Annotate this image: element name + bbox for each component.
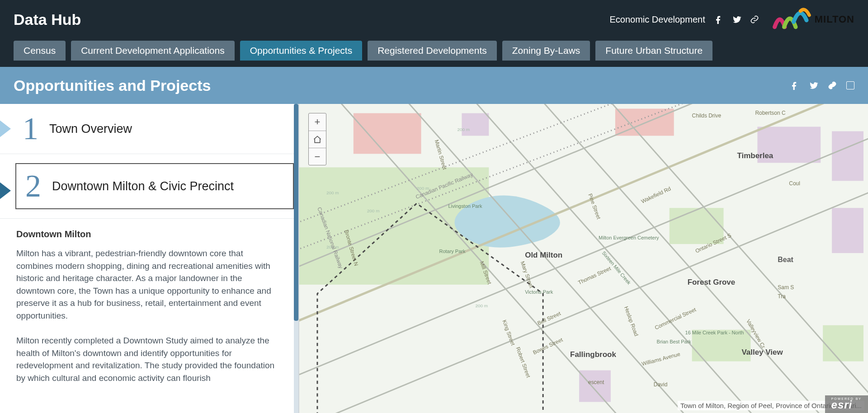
svg-text:Victoria Park: Victoria Park xyxy=(525,289,553,295)
svg-rect-6 xyxy=(462,113,489,136)
svg-text:Childs Drive: Childs Drive xyxy=(692,113,722,119)
content-paragraph: Milton recently completed a Downtown Stu… xyxy=(16,334,282,384)
svg-text:Brian Best Park: Brian Best Park xyxy=(657,339,692,344)
facebook-icon[interactable] xyxy=(789,80,799,90)
svg-rect-4 xyxy=(354,113,421,154)
share-link-icon[interactable] xyxy=(750,14,760,24)
nav-tabs: Census Current Development Applications … xyxy=(14,41,854,61)
chevron-right-icon xyxy=(0,182,11,200)
svg-text:Fallingbrook: Fallingbrook xyxy=(570,350,616,359)
svg-text:Bowes Street: Bowes Street xyxy=(532,336,564,356)
svg-text:200 m: 200 m xyxy=(367,208,380,213)
step-number: 2 xyxy=(25,170,41,202)
chevron-right-icon xyxy=(0,120,11,138)
svg-line-19 xyxy=(593,104,868,413)
zoom-in-button[interactable]: + xyxy=(309,113,326,131)
svg-text:Robertson C: Robertson C xyxy=(755,110,786,117)
milton-logo-text: MILTON xyxy=(815,14,854,25)
map-home-button[interactable] xyxy=(309,131,326,148)
header-right-group: Economic Development MIL xyxy=(609,5,854,34)
svg-text:Thomas Street: Thomas Street xyxy=(577,265,612,286)
svg-text:200 m: 200 m xyxy=(475,303,488,308)
esri-badge: POWERED BY esri xyxy=(825,395,868,413)
scrollbar-thumb[interactable] xyxy=(294,104,298,321)
content-heading: Downtown Milton xyxy=(16,228,282,241)
svg-text:200 m: 200 m xyxy=(326,190,339,195)
sub-header: Opportunities and Projects xyxy=(0,67,868,104)
svg-text:Tra: Tra xyxy=(778,293,786,300)
step-title: Downtown Milton & Civic Precinct xyxy=(52,179,234,193)
svg-text:16 Mile Creek Park - North: 16 Mile Creek Park - North xyxy=(685,330,744,335)
svg-text:Heslop Road: Heslop Road xyxy=(623,305,640,337)
map-view[interactable]: 200 m 200 m 200 m 200 m 200 m 200 m Mart… xyxy=(298,104,868,413)
svg-rect-10 xyxy=(579,371,611,402)
svg-text:Milton Evergreen Cemetery: Milton Evergreen Cemetery xyxy=(599,235,659,240)
milton-logo[interactable]: MILTON xyxy=(771,5,854,34)
tab-registered-developments[interactable]: Registered Developments xyxy=(368,41,497,61)
svg-text:Timberlea: Timberlea xyxy=(737,151,773,160)
svg-text:Old Milton: Old Milton xyxy=(525,251,562,259)
content-paragraph: Milton has a vibrant, pedestrian-friendl… xyxy=(16,247,282,322)
tab-census[interactable]: Census xyxy=(14,41,66,61)
svg-text:Sam S: Sam S xyxy=(778,284,794,291)
basemap-drawing: 200 m 200 m 200 m 200 m 200 m 200 m Mart… xyxy=(299,104,868,413)
header-top-row: Data Hub Economic Development xyxy=(14,8,854,31)
side-panel: 1 Town Overview 2 Downtown Milton & Civi… xyxy=(0,104,298,413)
svg-text:Mary Street: Mary Street xyxy=(519,260,535,289)
svg-text:Livingston Park: Livingston Park xyxy=(448,203,482,209)
scrollbar-track[interactable] xyxy=(294,104,298,413)
main-split: 1 Town Overview 2 Downtown Milton & Civi… xyxy=(0,104,868,413)
svg-text:Martin Street: Martin Street xyxy=(434,139,448,170)
step-2-downtown-milton-civic-precinct[interactable]: 2 Downtown Milton & Civic Precinct xyxy=(0,163,298,219)
twitter-icon[interactable] xyxy=(808,80,818,90)
step-number: 1 xyxy=(23,113,38,145)
svg-text:200 m: 200 m xyxy=(457,127,470,132)
map-zoom-controls: + − xyxy=(308,113,326,165)
svg-rect-9 xyxy=(832,208,863,253)
svg-text:escent: escent xyxy=(588,379,604,385)
svg-text:Bell Street: Bell Street xyxy=(537,310,562,326)
step-1-town-overview[interactable]: 1 Town Overview xyxy=(0,104,298,154)
tab-zoning-by-laws[interactable]: Zoning By-Laws xyxy=(502,41,590,61)
svg-text:Williams Avenue: Williams Avenue xyxy=(641,351,681,367)
svg-rect-3 xyxy=(823,325,863,361)
svg-text:Wakefield Rd: Wakefield Rd xyxy=(640,185,672,205)
broken-image-icon[interactable] xyxy=(846,81,854,89)
zoom-out-button[interactable]: − xyxy=(309,148,326,165)
svg-text:Forest Grove: Forest Grove xyxy=(688,278,736,286)
svg-text:David: David xyxy=(654,381,668,388)
share-link-icon[interactable] xyxy=(827,80,837,90)
site-title[interactable]: Data Hub xyxy=(14,11,81,28)
app-header: Data Hub Economic Development xyxy=(0,0,868,67)
twitter-icon[interactable] xyxy=(731,14,741,24)
step-title: Town Overview xyxy=(49,122,132,136)
page-title: Opportunities and Projects xyxy=(14,77,211,94)
svg-text:Coul: Coul xyxy=(789,180,800,187)
tab-opportunities-projects[interactable]: Opportunities & Projects xyxy=(240,41,362,61)
svg-rect-8 xyxy=(832,131,863,181)
svg-text:Robert Street: Robert Street xyxy=(514,346,532,379)
tab-current-development-applications[interactable]: Current Development Applications xyxy=(71,41,235,61)
svg-text:Beat: Beat xyxy=(778,256,793,263)
svg-line-16 xyxy=(457,104,773,413)
svg-text:Valley View: Valley View xyxy=(741,348,783,357)
step-content: Downtown Milton Milton has a vibrant, pe… xyxy=(0,219,298,384)
economic-development-link[interactable]: Economic Development xyxy=(609,14,705,25)
tab-future-urban-structure[interactable]: Future Urban Structure xyxy=(595,41,712,61)
facebook-icon[interactable] xyxy=(713,14,723,24)
svg-text:Rotary Park: Rotary Park xyxy=(439,249,466,254)
subheader-icons xyxy=(789,80,854,90)
